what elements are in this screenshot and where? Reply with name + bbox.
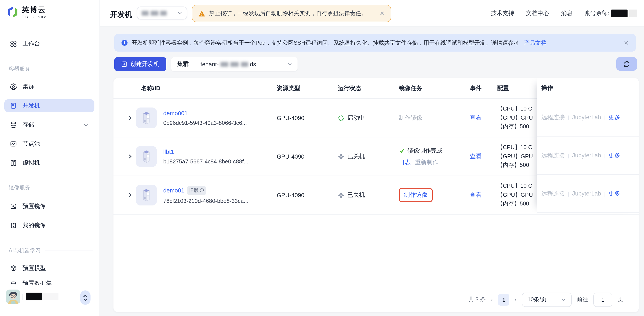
goto-page-input[interactable] <box>593 292 612 307</box>
balance-redacted-tail <box>629 10 637 17</box>
divider <box>22 294 24 300</box>
devmachine-icon <box>10 102 17 109</box>
workspace-select[interactable] <box>137 7 187 20</box>
sidebar-item-my-images[interactable]: 我的镜像 <box>4 219 94 232</box>
create-devmachine-button[interactable]: 创建开发机 <box>114 57 166 71</box>
make-image-button-highlighted[interactable]: 制作镜像 <box>399 188 433 202</box>
more-actions-link[interactable]: 更多 <box>608 190 620 197</box>
user-bar <box>0 285 99 316</box>
status-label: 已关机 <box>347 153 365 160</box>
page-title: 开发机 <box>110 10 132 20</box>
refresh-icon <box>623 61 630 67</box>
chevron-down-icon <box>84 122 88 127</box>
col-header-resource-type: 资源类型 <box>277 84 338 92</box>
goto-label: 前往 <box>577 296 588 303</box>
cluster-select[interactable]: 集群 tenant- ds <box>171 57 298 71</box>
close-icon[interactable]: ✕ <box>624 39 629 46</box>
screen: 英博云 EB Cloud 工作台 容器服务 <box>0 0 644 316</box>
cube-icon <box>10 265 17 272</box>
server-racks-icon <box>10 160 17 166</box>
sidebar-item-preset-datasets[interactable]: 预置数据集 <box>4 277 94 285</box>
sidebar-nav: 英博云 EB Cloud 工作台 容器服务 <box>0 0 99 285</box>
account-switcher-button[interactable] <box>80 290 90 305</box>
info-circle-icon <box>200 188 204 192</box>
sidebar-section-image-services: 镜像服务 <box>0 184 99 192</box>
username-redacted-tail <box>42 292 58 300</box>
view-events-link[interactable]: 查看 <box>470 191 497 199</box>
instance-name-link[interactable]: demo001 <box>163 110 247 116</box>
topbar: 开发机 禁止挖矿，一经发现后自动删除相关实例，自行承担法律责任。 ✕ 技术支持 … <box>100 0 644 27</box>
sidebar-item-label: 预置数据集 <box>22 279 52 285</box>
product-docs-link[interactable]: 产品文档 <box>524 39 546 47</box>
row-expand-button[interactable] <box>114 153 136 160</box>
image-task-done-label: 镜像制作完成 <box>408 147 442 155</box>
info-text: 开发机即弹性容器实例，每个容器实例相当于一个Pod，支持公网SSH远程访问、系统… <box>132 39 519 47</box>
sidebar-item-storage[interactable]: 存储 <box>4 118 94 131</box>
avatar[interactable] <box>6 289 20 304</box>
task-log-link[interactable]: 日志 <box>399 158 410 166</box>
sidebar-item-preset-images[interactable]: 预置镜像 <box>4 200 94 213</box>
image-task-disabled: 制作镜像 <box>399 114 422 121</box>
sidebar-item-label: 节点池 <box>22 140 40 148</box>
cluster-value-redacted <box>220 62 248 67</box>
sidebar-section-container-services: 容器服务 <box>0 65 99 73</box>
success-check-icon <box>399 148 405 154</box>
create-button-label: 创建开发机 <box>130 60 160 68</box>
brand-name: 英博云 <box>22 6 48 14</box>
jupyterlab-link[interactable]: JupyterLab <box>572 114 601 121</box>
nav-link-docs[interactable]: 文档中心 <box>526 10 549 17</box>
sidebar-item-label: 预置模型 <box>22 264 46 272</box>
chevron-down-icon <box>287 62 292 67</box>
database-icon <box>10 121 17 128</box>
page-size-select[interactable]: 10条/页 <box>522 292 572 307</box>
warning-text: 禁止挖矿，一经发现后自动删除相关实例，自行承担法律责任。 <box>209 10 367 17</box>
topbar-right: 技术支持 文档中心 消息 账号余额: <box>491 0 637 27</box>
remote-connect-link[interactable]: 远程连接 <box>541 152 565 159</box>
sidebar-item-preset-models[interactable]: 预置模型 <box>4 262 94 275</box>
more-actions-link[interactable]: 更多 <box>608 113 620 121</box>
jupyterlab-link[interactable]: JupyterLab <box>572 190 601 197</box>
sidebar-item-devmachine[interactable]: 开发机 <box>4 99 94 112</box>
task-rebuild-link[interactable]: 重新制作 <box>415 158 438 166</box>
page-number-button[interactable]: 1 <box>498 294 510 305</box>
resource-type: GPU-4090 <box>277 115 338 121</box>
jupyterlab-link[interactable]: JupyterLab <box>572 152 601 159</box>
mining-warning-banner: 禁止挖矿，一经发现后自动删除相关实例，自行承担法律责任。 ✕ <box>192 5 391 22</box>
image-icon <box>10 203 17 210</box>
remote-connect-link[interactable]: 远程连接 <box>541 190 565 197</box>
instance-id: 78cf2103-210d-4680-bbe8-33ca... <box>163 197 248 204</box>
brand-logo: 英博云 EB Cloud <box>0 0 99 25</box>
refresh-button[interactable] <box>616 57 637 71</box>
instance-name-link[interactable]: llbt1 <box>163 148 248 155</box>
sidebar-item-label: 集群 <box>22 83 34 91</box>
instance-name-link[interactable]: demo01 旧版 <box>163 186 248 194</box>
view-events-link[interactable]: 查看 <box>470 153 497 160</box>
pagination: 共 3 条 ‹ 1 › 10条/页 前往 页 <box>468 292 623 307</box>
starting-spinner-icon <box>338 115 344 121</box>
more-actions-link[interactable]: 更多 <box>608 152 620 159</box>
close-icon[interactable]: ✕ <box>380 10 384 17</box>
sidebar-item-label: 虚拟机 <box>22 159 40 167</box>
sidebar-item-nodepool[interactable]: 节点池 <box>4 137 94 150</box>
nav-link-messages[interactable]: 消息 <box>561 10 572 17</box>
sidebar-item-workbench[interactable]: 工作台 <box>4 37 94 50</box>
info-banner: 开发机即弹性容器实例，每个容器实例相当于一个Pod，支持公网SSH远程访问、系统… <box>114 34 636 52</box>
remote-connect-link[interactable]: 远程连接 <box>541 113 565 121</box>
fan-off-icon <box>338 153 344 160</box>
server-illustration-icon <box>136 108 157 128</box>
prev-page-button[interactable]: ‹ <box>491 296 493 303</box>
sidebar-item-vm[interactable]: 虚拟机 <box>4 156 94 169</box>
col-header-name-id: 名称/ID <box>136 84 277 92</box>
view-events-link[interactable]: 查看 <box>470 114 497 122</box>
instance-id: 0b96dc91-5943-40a3-8066-3c6... <box>163 119 247 126</box>
workspace-value-redacted <box>142 11 167 16</box>
row-operations: 远程连接 | JupyterLab | 更多 <box>537 98 639 137</box>
server-illustration-icon <box>136 146 157 167</box>
sidebar-item-label: 预置镜像 <box>22 202 46 210</box>
server-illustration-icon <box>136 185 157 205</box>
next-page-button[interactable]: › <box>515 296 517 303</box>
sidebar-item-cluster[interactable]: 集群 <box>4 80 94 93</box>
row-expand-button[interactable] <box>114 192 136 198</box>
row-expand-button[interactable] <box>114 115 136 121</box>
nav-link-support[interactable]: 技术支持 <box>491 10 514 17</box>
